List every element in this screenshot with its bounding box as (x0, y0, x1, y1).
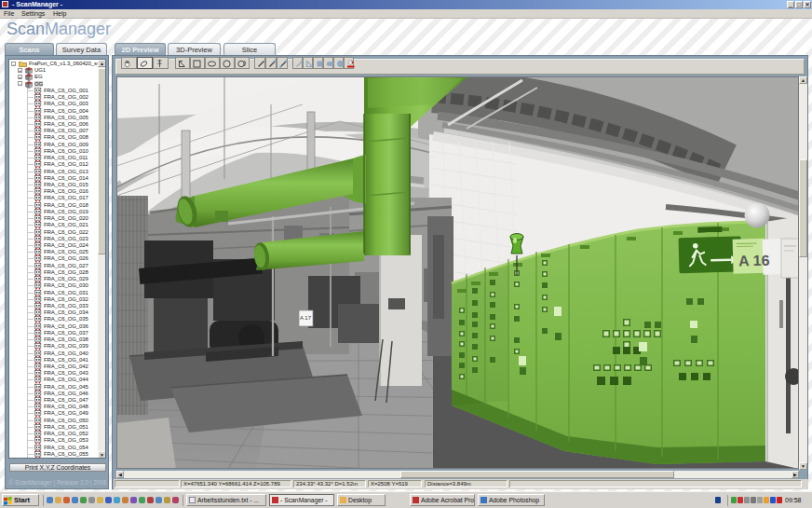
svg-text:A 16: A 16 (738, 253, 770, 269)
svg-text:A 17: A 17 (300, 315, 312, 321)
